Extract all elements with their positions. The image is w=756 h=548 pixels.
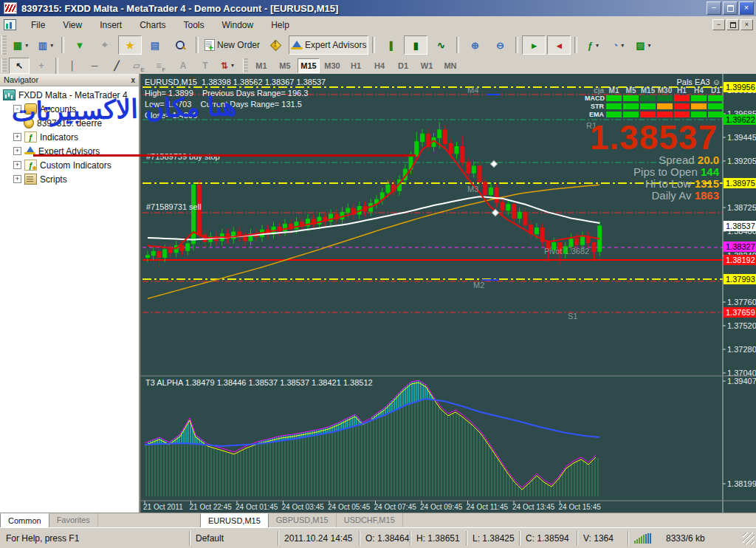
terminal-button[interactable]: ▤ (143, 35, 167, 55)
profiles-dropdown-icon[interactable]: ▾ (50, 42, 53, 49)
expand-box-icon[interactable]: + (13, 147, 21, 155)
timeframe-m1-button[interactable]: M1 (250, 58, 272, 73)
candle (243, 237, 247, 241)
matrix-cell (640, 103, 656, 109)
menu-charts[interactable]: Charts (131, 18, 174, 32)
save-profile-button[interactable]: ▼ (68, 35, 92, 55)
title-bar[interactable]: 8397315: FXDD Malta - MetaTrader 4 - Dem… (0, 0, 756, 16)
expert-advisors-button[interactable]: Expert Advisors (289, 35, 368, 55)
new-chart-button[interactable]: ▦▾ (9, 35, 32, 55)
timeframe-h4-button[interactable]: H4 (368, 58, 391, 73)
chart-tab-eurusd[interactable]: EURUSD,M15 (200, 513, 269, 529)
navigator-tab-common[interactable]: Common (0, 513, 49, 529)
auto-scroll-button[interactable]: ▸ (522, 35, 546, 55)
candle (592, 243, 596, 252)
toolbar-grip[interactable] (1, 58, 7, 72)
channel-tool-button[interactable]: ▱E (128, 58, 149, 74)
menu-insert[interactable]: Insert (91, 18, 131, 32)
matrix-cell (674, 112, 690, 117)
arrows-tool-button[interactable]: ⇅▾ (217, 58, 238, 74)
candle (180, 246, 184, 251)
stat-row: Hi to Low 1315 (633, 178, 719, 190)
profiles-button[interactable]: ▥▾ (34, 35, 58, 55)
zoom-in-button[interactable]: ⊕ (463, 35, 487, 55)
matrix-col-m30: M30 (656, 86, 673, 95)
crosshair-mode-button[interactable]: ⌖ (93, 35, 117, 55)
restore-button[interactable] (723, 1, 738, 15)
toolbar-separator (55, 58, 58, 74)
resize-grip[interactable] (743, 532, 755, 544)
periods-button[interactable]: ◔▾ (606, 35, 630, 55)
stat-row: Spread 20.0 (633, 154, 719, 166)
fibonacci-tool-button[interactable]: ≡F (151, 58, 171, 74)
periods-dropdown-icon[interactable]: ▾ (621, 42, 624, 49)
zoom-out-button[interactable]: ⊖ (488, 35, 512, 55)
timeframe-m30-button[interactable]: M30 (321, 58, 343, 73)
order-line-label[interactable]: #71589739 buy stop (146, 152, 220, 161)
trendline-tool-button[interactable]: ╱ (106, 58, 127, 74)
chart-tab-gbpusd[interactable]: GBPUSD,M15 (269, 513, 337, 528)
hline-tool-button[interactable]: ─ (84, 58, 105, 74)
indicators-list-dropdown-icon[interactable]: ▾ (596, 42, 599, 49)
chart-tab-usdchf[interactable]: USDCHF,M15 (337, 513, 403, 528)
tree-item-custom-indicators[interactable]: +Custom Indicators (0, 158, 139, 172)
templates-button[interactable]: ▨▾ (631, 35, 655, 55)
navigator-close-icon[interactable]: x (131, 76, 135, 84)
chart-window-icon[interactable] (4, 19, 16, 30)
text-tool-button[interactable]: A (173, 58, 193, 74)
expand-box-icon[interactable]: + (13, 175, 21, 183)
child-minimize-button[interactable]: − (712, 19, 725, 30)
navigator-header[interactable]: Navigator x (0, 74, 139, 86)
toolbar-grip[interactable] (1, 35, 7, 55)
tree-item-scripts[interactable]: +Scripts (0, 172, 139, 186)
expand-box-icon[interactable]: + (13, 133, 21, 141)
chart-candles-button[interactable]: ▮ (404, 35, 427, 55)
time-axis-label: 24 Oct 13:45 (512, 503, 555, 511)
timeframe-m5-button[interactable]: M5 (274, 58, 296, 73)
timeframe-h1-button[interactable]: H1 (345, 58, 367, 73)
price-scale-label: 1.38725 (727, 203, 756, 212)
arrows-tool-dropdown-icon[interactable]: ▾ (231, 62, 234, 69)
price-scale-label: 1.39205 (727, 157, 756, 165)
menu-file[interactable]: File (22, 18, 54, 32)
zoom-in-icon: ⊕ (471, 40, 479, 51)
timeframe-mn-button[interactable]: MN (439, 58, 461, 73)
menu-help[interactable]: Help (262, 18, 298, 32)
matrix-cell (623, 103, 639, 109)
candle (575, 239, 579, 244)
symbol-ohlc-line: EURUSD,M15 1.38398 1.38562 1.38367 1.385… (145, 78, 326, 86)
minimize-button[interactable]: − (707, 1, 721, 15)
alerts-button[interactable] (264, 35, 287, 55)
price-scale-highlight: 1.38327 (726, 242, 755, 251)
vline-tool-button[interactable]: │ (62, 58, 83, 74)
matrix-cell (606, 103, 622, 109)
chart-shift-button[interactable]: ◂ (547, 35, 571, 55)
label-tool-button[interactable]: T (195, 58, 216, 74)
terminal-panel-icon: ▤ (151, 40, 159, 51)
indicators-list-button[interactable]: ƒ▾ (581, 35, 605, 55)
chart-line-button[interactable]: ∿ (429, 35, 453, 55)
tree-item-indicators[interactable]: +Indicators (0, 130, 139, 144)
crosshair-tool-button[interactable]: + (31, 58, 52, 74)
new-order-button[interactable]: New Order (202, 35, 262, 55)
strategy-tester-button[interactable] (168, 35, 192, 55)
menu-view[interactable]: View (54, 18, 91, 32)
order-line-label[interactable]: #71589731 sell (146, 202, 202, 211)
navigator-tab-favorites[interactable]: Favorites (49, 513, 98, 528)
child-restore-button[interactable] (726, 19, 739, 30)
toolbar-grip[interactable] (243, 58, 248, 72)
matrix-cell (691, 103, 707, 109)
menu-window[interactable]: Window (213, 18, 263, 32)
timeframe-m15-button[interactable]: M15 (298, 58, 320, 73)
chart-bars-button[interactable]: ∥ (379, 35, 402, 55)
timeframe-d1-button[interactable]: D1 (392, 58, 414, 73)
close-button[interactable]: × (739, 1, 754, 15)
templates-dropdown-icon[interactable]: ▾ (648, 42, 651, 49)
cursor-button[interactable]: ↖ (9, 58, 30, 74)
new-chart-dropdown-icon[interactable]: ▾ (25, 42, 28, 49)
favorites-button[interactable]: ★ (118, 35, 142, 55)
child-close-button[interactable]: × (740, 19, 753, 30)
timeframe-w1-button[interactable]: W1 (416, 58, 438, 73)
expand-box-icon[interactable]: + (13, 161, 21, 169)
menu-tools[interactable]: Tools (175, 18, 213, 32)
